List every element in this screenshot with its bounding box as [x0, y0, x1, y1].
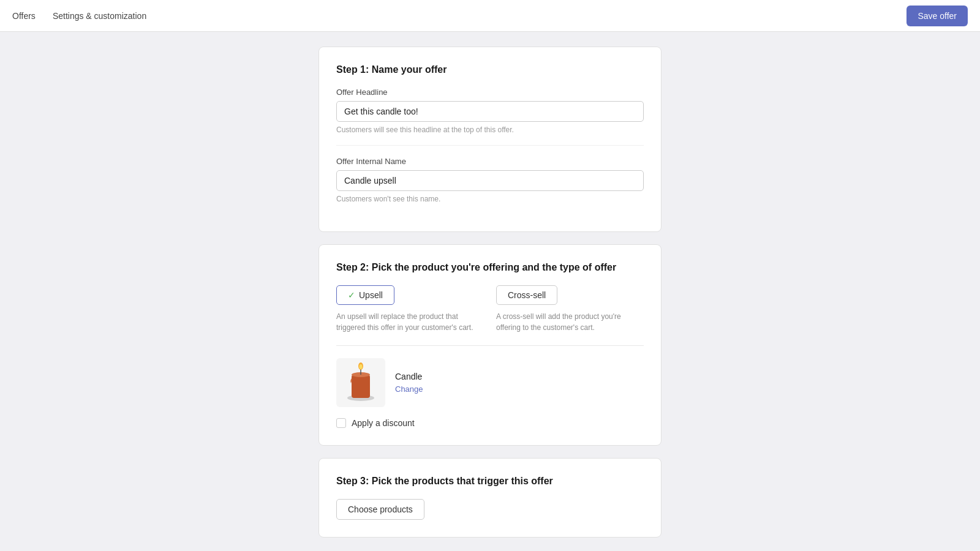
upsell-description: An upsell will replace the product that …: [336, 311, 484, 333]
step1-title: Step 1: Name your offer: [336, 64, 644, 75]
internal-name-field-group: Offer Internal Name Customers won't see …: [336, 145, 644, 203]
headline-label: Offer Headline: [336, 88, 644, 97]
headline-field-group: Offer Headline Customers will see this h…: [336, 88, 644, 134]
svg-rect-1: [352, 375, 370, 398]
nav-settings[interactable]: Settings & customization: [53, 11, 146, 21]
nav-links: Offers Settings & customization: [12, 11, 146, 21]
product-row: Candle Change: [336, 358, 644, 407]
step1-card: Step 1: Name your offer Offer Headline C…: [318, 47, 662, 232]
nav-offers[interactable]: Offers: [12, 11, 36, 21]
top-navigation: Offers Settings & customization Save off…: [0, 0, 980, 32]
step2-card: Step 2: Pick the product you're offering…: [318, 244, 662, 446]
save-offer-button[interactable]: Save offer: [907, 6, 968, 26]
discount-checkbox[interactable]: [336, 418, 346, 428]
crosssell-button[interactable]: Cross-sell: [496, 285, 557, 305]
upsell-button[interactable]: ✓ Upsell: [336, 285, 394, 305]
product-info: Candle Change: [395, 372, 423, 394]
crosssell-col: Cross-sell A cross-sell will add the pro…: [496, 285, 644, 333]
svg-point-5: [360, 364, 363, 369]
checkmark-icon: ✓: [348, 290, 355, 300]
step2-title: Step 2: Pick the product you're offering…: [336, 262, 644, 273]
step3-card: Step 3: Pick the products that trigger t…: [318, 458, 662, 538]
product-name: Candle: [395, 372, 423, 381]
upsell-label: Upsell: [359, 290, 383, 300]
main-content: Step 1: Name your offer Offer Headline C…: [318, 32, 662, 551]
candle-svg: [339, 361, 382, 404]
crosssell-label: Cross-sell: [508, 290, 546, 300]
headline-input[interactable]: [336, 101, 644, 122]
section-divider: [336, 345, 644, 346]
step3-title: Step 3: Pick the products that trigger t…: [336, 476, 644, 487]
change-product-link[interactable]: Change: [395, 384, 423, 394]
discount-checkbox-row: Apply a discount: [336, 418, 644, 428]
headline-hint: Customers will see this headline at the …: [336, 126, 644, 134]
offer-type-row: ✓ Upsell An upsell will replace the prod…: [336, 285, 644, 333]
discount-label: Apply a discount: [352, 418, 415, 428]
product-thumbnail: [336, 358, 385, 407]
crosssell-description: A cross-sell will add the product you're…: [496, 311, 644, 333]
internal-name-input[interactable]: [336, 170, 644, 191]
upsell-col: ✓ Upsell An upsell will replace the prod…: [336, 285, 484, 333]
internal-name-label: Offer Internal Name: [336, 157, 644, 166]
internal-name-hint: Customers won't see this name.: [336, 195, 644, 203]
choose-products-button[interactable]: Choose products: [336, 499, 424, 520]
